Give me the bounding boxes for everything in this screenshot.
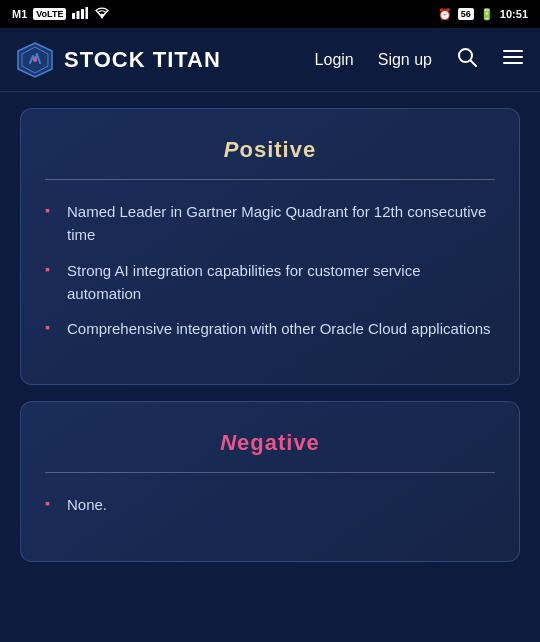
negative-title-rest: egative [237,430,320,455]
logo-icon [16,41,54,79]
wifi-icon [94,7,110,21]
positive-title-first-letter: P [224,137,240,162]
signal-icon [72,7,88,21]
svg-line-9 [471,61,477,67]
alarm-icon: ⏰ [438,8,452,21]
list-item: None. [45,493,495,516]
battery-icon: 🔋 [480,8,494,21]
svg-point-7 [33,58,37,62]
main-content: Positive Named Leader in Gartner Magic Q… [0,92,540,642]
list-item: Named Leader in Gartner Magic Quadrant f… [45,200,495,247]
positive-title-rest: ositive [239,137,316,162]
status-left: M1 VoLTE [12,7,110,21]
negative-title: Negative [45,430,495,456]
negative-bullet-list: None. [45,493,495,516]
signup-link[interactable]: Sign up [378,51,432,69]
status-bar: M1 VoLTE ⏰ 56 🔋 10:51 [0,0,540,28]
svg-rect-0 [72,13,75,19]
search-icon[interactable] [456,46,478,73]
battery-percentage: 56 [458,8,474,20]
navbar: STOCK TITAN Login Sign up [0,28,540,92]
positive-divider [45,179,495,180]
positive-title: Positive [45,137,495,163]
status-right: ⏰ 56 🔋 10:51 [438,8,528,21]
carrier-text: M1 [12,8,27,20]
login-link[interactable]: Login [315,51,354,69]
negative-divider [45,472,495,473]
svg-rect-1 [77,11,80,19]
positive-bullet-list: Named Leader in Gartner Magic Quadrant f… [45,200,495,340]
logo-text: STOCK TITAN [64,47,221,73]
menu-icon[interactable] [502,46,524,73]
clock-text: 10:51 [500,8,528,20]
list-item: Comprehensive integration with other Ora… [45,317,495,340]
list-item: Strong AI integration capabilities for c… [45,259,495,306]
negative-card: Negative None. [20,401,520,561]
negative-title-first-letter: N [220,430,237,455]
positive-card: Positive Named Leader in Gartner Magic Q… [20,108,520,385]
svg-rect-3 [86,7,89,19]
svg-rect-2 [81,9,84,19]
logo-container: STOCK TITAN [16,41,315,79]
nav-links: Login Sign up [315,46,524,73]
volte-badge: VoLTE [33,8,66,20]
svg-point-4 [101,17,103,19]
